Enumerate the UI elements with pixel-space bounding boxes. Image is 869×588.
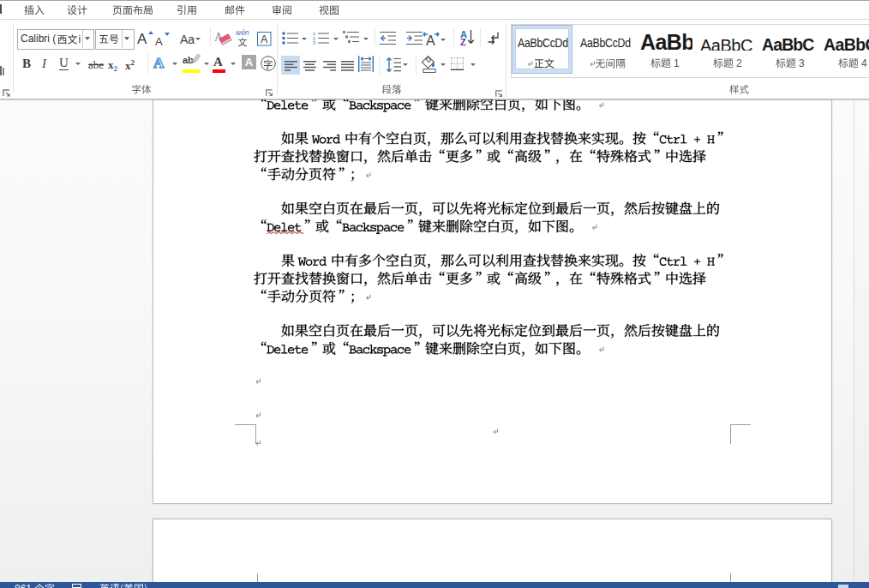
svg-text:2: 2: [736, 57, 742, 69]
svg-text:861: 861: [15, 583, 32, 588]
svg-text:4: 4: [861, 57, 867, 69]
svg-text:1: 1: [674, 57, 680, 69]
svg-text:3: 3: [799, 57, 805, 69]
